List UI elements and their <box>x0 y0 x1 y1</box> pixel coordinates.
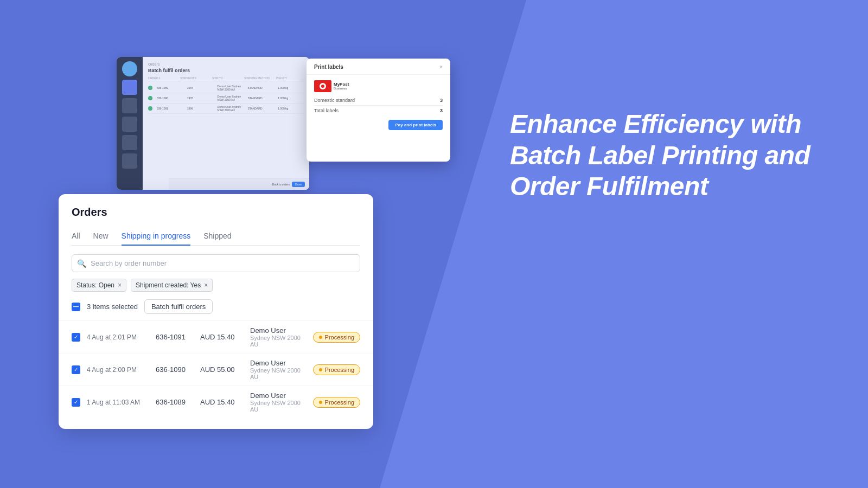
bg-catalog-icon <box>122 117 137 132</box>
search-area: 🔍 <box>72 254 360 272</box>
customer-addr-1: Sydney NSW 2000 AU <box>250 335 307 348</box>
bg-orders-icon <box>122 98 137 113</box>
order-customer-1: Demo User Sydney NSW 2000 AU <box>250 326 307 348</box>
select-all-checkbox[interactable] <box>72 303 80 311</box>
bg-app-bottom: Back to orders Done <box>169 178 309 190</box>
order-status-2: Processing <box>313 364 360 375</box>
status-dot-1 <box>319 336 322 339</box>
orders-card-header: Orders All New Shipping in progress Ship… <box>59 194 373 246</box>
order-amount-3: AUD 15.40 <box>200 398 244 406</box>
tab-shipped[interactable]: Shipped <box>203 227 231 246</box>
mypost-name: MyPost <box>334 82 349 87</box>
status-dot-2 <box>319 368 322 371</box>
batch-fulfil-button[interactable]: Batch fulfil orders <box>144 299 213 314</box>
filter-status-open: Status: Open × <box>72 279 126 292</box>
order-row-2: 4 Aug at 2:00 PM 636-1090 AUD 55.00 Demo… <box>59 353 373 386</box>
order-number-3: 636-1089 <box>156 398 194 406</box>
hero-text: Enhance Efficiency with Batch Label Prin… <box>510 108 825 202</box>
status-label-2: Processing <box>325 367 354 373</box>
order-date-3: 1 Aug at 11:03 AM <box>87 399 149 406</box>
bg-app-title: Batch fulfil orders <box>148 68 304 73</box>
order-checkbox-1[interactable] <box>72 333 80 342</box>
order-date-1: 4 Aug at 2:01 PM <box>87 333 149 341</box>
order-status-1: Processing <box>313 332 360 343</box>
customer-name-2: Demo User <box>250 359 307 367</box>
bg-back-btn: Back to orders <box>272 183 290 186</box>
order-amount-2: AUD 55.00 <box>200 365 244 374</box>
search-icon: 🔍 <box>77 259 86 268</box>
order-row-3: 1 Aug at 11:03 AM 636-1089 AUD 15.40 Dem… <box>59 386 373 418</box>
filter-status-label: Status: Open <box>76 281 114 289</box>
mypost-logo: MyPost Business <box>314 80 349 92</box>
order-number-1: 636-1091 <box>156 333 194 341</box>
domestic-value: 3 <box>440 98 443 103</box>
mypost-logo-icon <box>314 80 331 92</box>
bg-app-screenshot: Orders Batch fulfil orders ORDER # SHIPM… <box>117 57 309 190</box>
bg-settings-icon <box>122 153 137 169</box>
filter-shipment-created: Shipment created: Yes × <box>131 279 213 292</box>
print-labels-modal: Print labels × MyPost Business Domestic … <box>307 59 450 162</box>
pay-and-print-button[interactable]: Pay and print labels <box>388 120 443 130</box>
modal-header: Print labels × <box>307 59 450 75</box>
tab-shipping-in-progress[interactable]: Shipping in progress <box>122 227 191 246</box>
orders-actions: 3 items selected Batch fulfil orders <box>72 299 360 314</box>
bg-avatar <box>122 61 137 76</box>
customer-addr-2: Sydney NSW 2000 AU <box>250 367 307 380</box>
order-customer-2: Demo User Sydney NSW 2000 AU <box>250 359 307 380</box>
bg-app-content: Orders Batch fulfil orders ORDER # SHIPM… <box>143 57 309 190</box>
bg-home-icon <box>122 80 137 95</box>
order-checkbox-2[interactable] <box>72 365 80 374</box>
customer-name-3: Demo User <box>250 391 307 400</box>
filter-shipment-label: Shipment created: Yes <box>136 281 201 289</box>
bg-check-icon <box>148 106 152 111</box>
order-amount-1: AUD 15.40 <box>200 333 244 341</box>
filters-area: Status: Open × Shipment created: Yes × <box>72 279 360 292</box>
order-customer-3: Demo User Sydney NSW 2000 AU <box>250 391 307 413</box>
modal-close-button[interactable]: × <box>439 64 443 70</box>
customer-name-1: Demo User <box>250 326 307 335</box>
order-date-2: 4 Aug at 2:00 PM <box>87 366 149 374</box>
svg-point-2 <box>321 85 324 88</box>
bg-breadcrumb: Orders <box>148 62 304 66</box>
bg-diagonal <box>380 0 868 488</box>
modal-title: Print labels <box>314 64 343 70</box>
bg-table-row: 636-1091 1896 Demo User Sydney NSW 2000 … <box>148 104 304 114</box>
modal-label-rows: Domestic standard 3 Total labels 3 <box>307 95 450 115</box>
orders-card: Orders All New Shipping in progress Ship… <box>59 194 373 429</box>
order-checkbox-3[interactable] <box>72 398 80 407</box>
order-status-3: Processing <box>313 397 360 408</box>
status-label-3: Processing <box>325 399 354 406</box>
bg-sidebar <box>117 57 143 190</box>
customer-addr-3: Sydney NSW 2000 AU <box>250 400 307 413</box>
bg-done-btn: Done <box>292 182 305 187</box>
bg-table-row: 636-1090 1905 Demo User Sydney NSW 2000 … <box>148 93 304 104</box>
total-label: Total labels <box>314 108 339 113</box>
modal-row-domestic: Domestic standard 3 <box>314 95 443 106</box>
orders-title: Orders <box>72 206 360 219</box>
order-number-2: 636-1090 <box>156 365 194 374</box>
bg-table-header: ORDER # SHIPMENT # SHIP TO SHIPPING METH… <box>148 76 304 81</box>
bg-check-icon <box>148 96 152 100</box>
status-dot-3 <box>319 401 322 404</box>
orders-tabs: All New Shipping in progress Shipped <box>72 227 360 246</box>
domestic-label: Domestic standard <box>314 98 355 103</box>
filter-status-remove[interactable]: × <box>118 281 122 289</box>
total-value: 3 <box>440 108 443 113</box>
bg-check-icon <box>148 86 152 90</box>
bg-analytics-icon <box>122 135 137 150</box>
order-row-1: 4 Aug at 2:01 PM 636-1091 AUD 15.40 Demo… <box>59 320 373 353</box>
items-selected-label: 3 items selected <box>87 303 138 311</box>
bg-table-row: 636-1089 1084 Demo User Sydney NSW 2000 … <box>148 83 304 93</box>
filter-shipment-remove[interactable]: × <box>204 281 208 289</box>
search-input[interactable] <box>72 254 360 272</box>
status-label-1: Processing <box>325 334 354 341</box>
mypost-logo-area: MyPost Business <box>307 75 450 95</box>
tab-new[interactable]: New <box>93 227 108 246</box>
modal-row-total: Total labels 3 <box>314 106 443 115</box>
mypost-subname: Business <box>334 87 349 90</box>
tab-all[interactable]: All <box>72 227 80 246</box>
modal-footer: Pay and print labels <box>307 115 450 134</box>
